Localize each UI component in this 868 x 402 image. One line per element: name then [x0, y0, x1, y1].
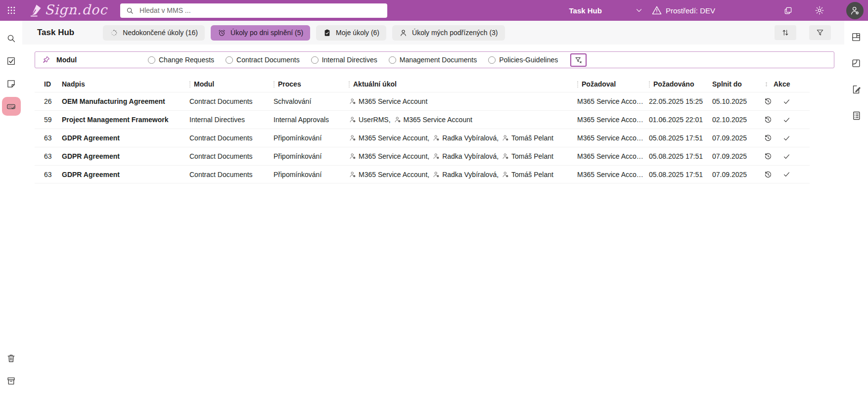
app-launcher-button[interactable] [0, 0, 23, 21]
pin-icon [42, 55, 50, 64]
table-row[interactable]: 59Project Management FrameworkInternal D… [35, 110, 810, 129]
assignee-name: Tomáš Pelant [511, 171, 553, 179]
history-button[interactable] [764, 170, 773, 179]
filter-option-change-requests[interactable]: Change Requests [148, 56, 214, 64]
tab-subordinate-tasks[interactable]: Úkoly mých podřízených (3) [392, 25, 505, 41]
right-rail-item-dashboard[interactable] [848, 29, 865, 45]
filter-option-label: Management Documents [400, 56, 477, 64]
right-rail-item-documents[interactable] [848, 55, 865, 72]
column-label: Aktuální úkol [353, 80, 397, 88]
filter-option-policies-guidelines[interactable]: Policies-Guidelines [488, 56, 558, 64]
history-button[interactable] [764, 152, 773, 161]
assignee: M365 Service Account, [349, 171, 429, 179]
table-row[interactable]: 63GDPR AgreementContract DocumentsPřipom… [35, 147, 810, 165]
complete-button[interactable] [782, 152, 791, 161]
warning-icon [651, 5, 662, 16]
complete-button[interactable] [782, 97, 791, 106]
assignee: M365 Service Account, [349, 134, 429, 142]
table-row[interactable]: 26OEM Manufacturing AgreementContract Do… [35, 92, 810, 110]
column-resize-handle[interactable] [649, 81, 650, 88]
chevron-down-icon[interactable] [635, 6, 643, 15]
column-header-modul[interactable]: Modul [189, 80, 274, 88]
column-header-nadpis[interactable]: Nadpis [62, 80, 189, 88]
right-rail-item-edit-page[interactable] [848, 81, 865, 98]
right-rail-item-notebook[interactable] [848, 107, 865, 124]
person-badge-icon [349, 171, 357, 179]
table-row[interactable]: 63GDPR AgreementContract DocumentsPřipom… [35, 165, 810, 183]
column-header-pozadoval[interactable]: Požadoval [577, 80, 649, 88]
sidebar-item-notes[interactable] [2, 74, 21, 93]
radio-button [389, 56, 396, 64]
column-label: ID [44, 80, 51, 88]
radio-button [311, 56, 319, 64]
column-header-id[interactable]: ID [35, 80, 62, 88]
sidebar-item-tasks[interactable] [2, 51, 21, 70]
column-header-pozadovano[interactable]: Požadováno [649, 80, 712, 88]
app-name: Sign.doc [45, 3, 107, 18]
cell-pozadoval: M365 Service Account [577, 152, 649, 160]
sidebar-item-approvals[interactable] [2, 97, 21, 116]
clear-filter-button[interactable] [570, 53, 587, 67]
cell-splnit-do: 07.09.2025 [712, 171, 763, 179]
column-header-splnit[interactable]: Splnit do [712, 80, 763, 88]
filter-option-internal-directives[interactable]: Internal Directives [311, 56, 377, 64]
filter-icon [816, 28, 824, 37]
complete-button[interactable] [782, 134, 791, 142]
cell-nadpis: GDPR Agreement [62, 171, 189, 179]
sidebar-item-search[interactable] [2, 29, 21, 47]
assignee: Tomáš Pelant [502, 134, 553, 142]
cell-nadpis: GDPR Agreement [62, 134, 189, 142]
assignee-name: UserRMS, [359, 116, 391, 124]
complete-button[interactable] [782, 170, 791, 179]
assignee: UserRMS, [349, 116, 391, 124]
search-input[interactable] [138, 6, 382, 15]
cell-aktualni-ukol: M365 Service Account,Radka Vybíralová,To… [349, 171, 577, 179]
assignee: Radka Vybíralová, [432, 152, 499, 160]
cell-pozadovano: 22.05.2025 15:25 [649, 97, 712, 105]
column-resize-handle[interactable] [274, 81, 274, 88]
filter-band: Modul Change RequestsContract DocumentsI… [22, 45, 844, 70]
sort-button[interactable] [775, 25, 796, 40]
column-resize-handle[interactable] [349, 81, 350, 88]
pages-icon[interactable] [783, 6, 793, 15]
cell-akce [763, 134, 804, 142]
history-button[interactable] [764, 97, 773, 106]
sidebar-item-trash[interactable] [2, 349, 21, 367]
gear-icon[interactable] [815, 5, 824, 15]
cell-proces: Připomínkování [274, 134, 349, 142]
assignee-name: Radka Vybíralová, [442, 152, 499, 160]
cell-proces: Internal Approvals [274, 116, 349, 124]
sidebar-item-archive[interactable] [2, 371, 21, 390]
global-search[interactable] [120, 3, 387, 18]
history-button[interactable] [764, 134, 773, 142]
cell-aktualni-ukol: M365 Service Account [349, 97, 577, 105]
assignee: Tomáš Pelant [502, 171, 553, 179]
column-header-akce[interactable]: Akce [763, 80, 804, 88]
user-gear-icon [850, 5, 860, 16]
cell-modul: Contract Documents [189, 134, 274, 142]
filter-option-contract-documents[interactable]: Contract Documents [226, 56, 300, 64]
filter-option-management-documents[interactable]: Management Documents [389, 56, 477, 64]
left-rail-bottom [2, 349, 21, 394]
cell-pozadovano: 05.08.2025 17:51 [649, 134, 712, 142]
column-resize-handle[interactable] [189, 81, 190, 88]
column-header-proces[interactable]: Proces [274, 80, 349, 88]
cell-proces: Schvalování [274, 97, 349, 105]
cell-pozadovano: 01.06.2025 22:01 [649, 116, 712, 124]
filter-button[interactable] [809, 25, 831, 40]
checkbox-icon [6, 56, 16, 66]
history-button[interactable] [764, 115, 773, 124]
table-row[interactable]: 63GDPR AgreementContract DocumentsPřipom… [35, 129, 810, 147]
complete-button[interactable] [782, 116, 791, 124]
app-launcher-icon [6, 5, 16, 15]
tab-overdue-tasks[interactable]: Úkoly po dni splnění (5) [211, 25, 310, 41]
filter-label: Modul [56, 56, 148, 64]
column-header-ukol[interactable]: Aktuální úkol [349, 80, 577, 88]
tab-unfinished-tasks[interactable]: Nedokončené úkoly (16) [103, 25, 205, 41]
page-title: Task Hub [37, 28, 74, 38]
app-logo[interactable]: Sign.doc [28, 3, 107, 18]
avatar[interactable] [846, 2, 864, 19]
right-rail [844, 21, 868, 402]
tab-my-tasks[interactable]: Moje úkoly (6) [316, 25, 386, 41]
column-resize-handle[interactable] [577, 81, 578, 88]
